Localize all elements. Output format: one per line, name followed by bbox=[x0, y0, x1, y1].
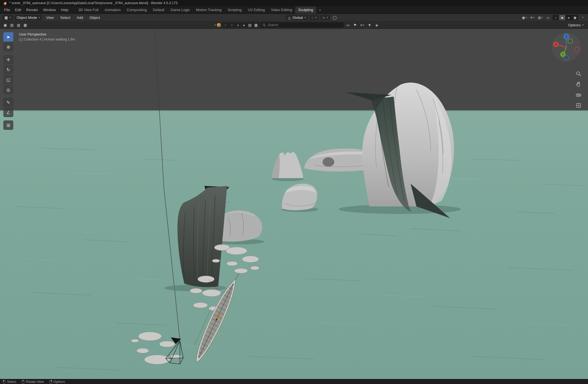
workspace-tab-sculpting[interactable]: Sculpting bbox=[295, 6, 316, 14]
tool-cursor[interactable]: ⊕ bbox=[3, 42, 13, 52]
menu-object[interactable]: Object bbox=[87, 15, 102, 20]
filter-sphere-icon-4[interactable]: ◕ bbox=[241, 22, 247, 27]
filter-funnel-icon[interactable]: ▼ bbox=[366, 22, 373, 28]
menu-add[interactable]: Add bbox=[74, 15, 86, 20]
show-gizmo-dropdown[interactable]: ✛ ▾ bbox=[529, 15, 536, 20]
chevron-down-icon: ▾ bbox=[582, 16, 584, 19]
mode-transfer-icons: ▣ ▤ ▥ ▦ bbox=[2, 22, 28, 28]
menu-render[interactable]: Render bbox=[24, 7, 41, 13]
shading-wireframe-button[interactable]: ○ bbox=[553, 15, 559, 20]
options-dropdown[interactable]: Options ▾ bbox=[566, 22, 586, 28]
tool-scale[interactable]: ◱ bbox=[3, 75, 13, 84]
tool-rotate[interactable]: ↻ bbox=[3, 65, 13, 74]
main-menubar: File Edit Render Window Help 3D View Ful… bbox=[0, 6, 588, 14]
axis-x-negative[interactable] bbox=[575, 47, 579, 52]
zoom-icon[interactable] bbox=[575, 70, 582, 77]
menu-help[interactable]: Help bbox=[58, 7, 71, 13]
filter-grid-icon-2[interactable]: ▦ bbox=[253, 22, 259, 27]
shading-material-button[interactable]: ◕ bbox=[566, 15, 572, 20]
viewport-header: ▣ ▤ ▥ ▦ ▾ ○ ◔ ◑ ◕ ▤ ▦ ▭ ⚑ ≡ ▾ ▼ bbox=[0, 21, 588, 29]
overlays-icon: ◍ bbox=[538, 16, 541, 20]
visibility-icon: ◉ bbox=[522, 16, 525, 20]
pivot-point-dropdown[interactable]: ◌ ▾ bbox=[309, 15, 319, 20]
workspace-tab-scripting[interactable]: Scripting bbox=[225, 6, 245, 14]
snap-dropdown[interactable]: ∩ ▾ bbox=[320, 15, 330, 20]
workspace-tabs: 3D View Full Animation Compositing Defau… bbox=[75, 6, 324, 14]
shading-solid-button[interactable]: ● bbox=[559, 15, 565, 20]
workspace-tab-default[interactable]: Default bbox=[150, 6, 167, 14]
add-workspace-button[interactable]: + bbox=[316, 6, 324, 14]
mouse-middle-icon bbox=[22, 380, 24, 384]
view-object-types-dropdown[interactable]: ◉ ▾ bbox=[521, 15, 528, 20]
bookmark-icon[interactable]: ⚑ bbox=[352, 22, 358, 28]
tool-transform[interactable]: ◎ bbox=[3, 85, 13, 94]
rotate-icon: ↻ bbox=[6, 67, 10, 72]
move-icon: ✛ bbox=[6, 57, 10, 62]
tool-move[interactable]: ✛ bbox=[3, 55, 13, 64]
filter-sphere-icon-1[interactable]: ○ bbox=[223, 22, 228, 27]
menu-view[interactable]: View bbox=[44, 15, 56, 20]
filter-grid-icon-1[interactable]: ▤ bbox=[247, 22, 253, 27]
grid-icon-3[interactable]: ▥ bbox=[16, 22, 22, 28]
collapse-chevron-icon[interactable]: ▾ bbox=[215, 24, 216, 26]
mode-selector[interactable]: Object Mode ▾ bbox=[14, 15, 42, 20]
scale-icon: ◱ bbox=[6, 77, 10, 82]
axis-z-negative[interactable] bbox=[564, 55, 569, 60]
shading-options-dropdown[interactable]: ▾ bbox=[580, 15, 586, 20]
menu-edit[interactable]: Edit bbox=[12, 7, 24, 13]
axis-y-label: Y bbox=[562, 53, 564, 56]
search-field[interactable] bbox=[260, 22, 344, 28]
tool-tweak-select[interactable]: ➤ bbox=[3, 32, 13, 42]
menu-window[interactable]: Window bbox=[41, 7, 58, 13]
grid-icon-2[interactable]: ▤ bbox=[9, 22, 15, 28]
rendered-sphere-icon: ◉ bbox=[573, 16, 576, 20]
workspace-tab-animation[interactable]: Animation bbox=[102, 6, 124, 14]
workspace-tab-video-editing[interactable]: Video Editing bbox=[268, 6, 295, 14]
workspace-tab-uv-editing[interactable]: UV Editing bbox=[245, 6, 268, 14]
tool-header: ▦ ▾ Object Mode ▾ View Select Add Object… bbox=[0, 14, 588, 21]
search-input[interactable] bbox=[268, 23, 342, 27]
tool-measure[interactable]: ∠ bbox=[3, 108, 13, 117]
show-overlays-dropdown[interactable]: ◍ ▾ bbox=[537, 15, 544, 20]
new-collection-icon[interactable]: ▭ bbox=[345, 22, 351, 28]
editor-type-button[interactable]: ▦ ▾ bbox=[2, 15, 13, 20]
sea-floor[interactable] bbox=[0, 111, 588, 379]
workspace-tab-motion-tracking[interactable]: Motion Tracking bbox=[193, 6, 225, 14]
grid-icon-4[interactable]: ▦ bbox=[22, 22, 28, 28]
tool-add-cube[interactable]: ⊞ bbox=[3, 120, 13, 130]
list-display-dropdown[interactable]: ≡ ▾ bbox=[359, 22, 365, 28]
axis-y-negative[interactable] bbox=[568, 39, 573, 44]
shading-rendered-button[interactable]: ◉ bbox=[572, 15, 578, 20]
add-cube-icon: ⊞ bbox=[6, 123, 10, 128]
ortho-grid-icon[interactable] bbox=[575, 102, 582, 109]
matcap-preview-icon[interactable] bbox=[217, 23, 221, 27]
shield-icon[interactable]: ◈ bbox=[374, 22, 380, 28]
scene-3d[interactable] bbox=[0, 29, 588, 379]
menu-select[interactable]: Select bbox=[58, 15, 73, 20]
pan-hand-icon[interactable] bbox=[575, 81, 582, 88]
navigation-gizmo[interactable]: Z X Y bbox=[550, 32, 583, 65]
chevron-down-icon: ▾ bbox=[582, 24, 584, 26]
display-filter-pill: ○ ◔ ◑ ◕ ▤ ▦ bbox=[222, 22, 259, 28]
orientation-label: Global bbox=[292, 16, 303, 20]
xray-toggle[interactable]: ▱ bbox=[545, 15, 551, 20]
gizmo-icon: ✛ bbox=[530, 16, 533, 20]
filter-sphere-icon-2[interactable]: ◔ bbox=[229, 22, 234, 27]
3d-viewport[interactable]: User Perspective (1) Collection 4 | Huma… bbox=[0, 29, 588, 379]
transform-orientation-dropdown[interactable]: △ Global ▾ bbox=[286, 15, 308, 20]
viewport-shading-group: ○ ● ◕ ◉ bbox=[552, 15, 578, 20]
filter-sphere-icon-3[interactable]: ◑ bbox=[235, 22, 240, 27]
proportional-editing-toggle[interactable]: ◯ bbox=[331, 15, 338, 20]
workspace-tab-3d-view-full[interactable]: 3D View Full bbox=[75, 6, 102, 14]
viewport-nav-icons bbox=[575, 70, 582, 109]
menu-file[interactable]: File bbox=[2, 7, 12, 13]
workspace-tab-compositing[interactable]: Compositing bbox=[124, 6, 150, 14]
solid-sphere-icon: ● bbox=[561, 16, 563, 20]
camera-view-icon[interactable] bbox=[575, 92, 582, 98]
workspace-tab-game-logic[interactable]: Game Logic bbox=[167, 6, 193, 14]
material-sphere-icon: ◕ bbox=[567, 16, 570, 20]
mode-label: Object Mode bbox=[17, 16, 37, 20]
grid-icon-1[interactable]: ▣ bbox=[2, 22, 8, 28]
tool-annotate[interactable]: ✎ bbox=[3, 98, 13, 107]
wireframe-sphere-icon: ○ bbox=[555, 16, 557, 20]
